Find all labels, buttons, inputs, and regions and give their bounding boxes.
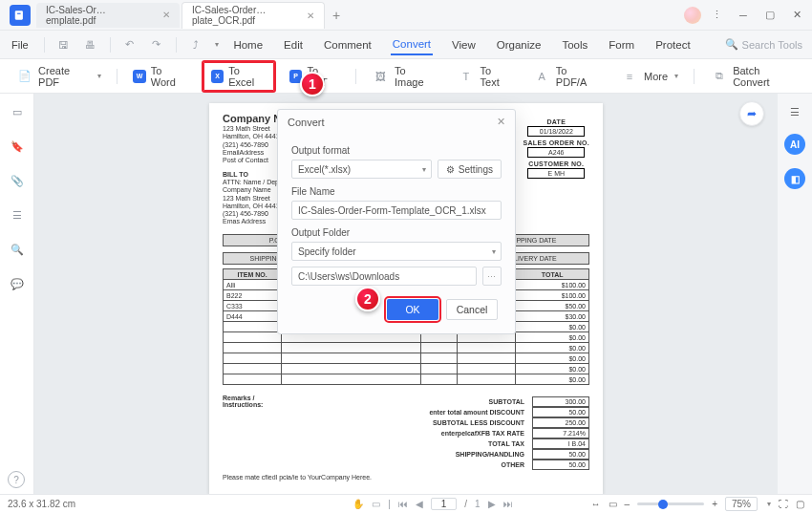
filename-input[interactable]: IC-Sales-Order-Form-Template_OCR_1.xlsx xyxy=(291,201,502,220)
menu-convert[interactable]: Convert xyxy=(391,34,433,55)
hand-tool-icon[interactable]: ✋ xyxy=(353,499,364,509)
subtotal-label: SUBTOTAL xyxy=(395,396,528,407)
share-icon[interactable]: ⤴ xyxy=(186,35,205,54)
table-row: $0.00 xyxy=(224,343,589,353)
statusbar: 23.6 x 31.82 cm ✋ ▭ | ⏮ ◀ 1 / 1 ▶ ⏭ ↔ ▭ … xyxy=(0,494,812,513)
tune-icon[interactable]: ☰ xyxy=(786,103,803,120)
settings-button[interactable]: ⚙ Settings xyxy=(438,160,502,179)
undo-icon[interactable]: ↶ xyxy=(120,35,139,54)
help-button[interactable]: ? xyxy=(8,471,25,488)
to-excel-label: To Excel xyxy=(228,65,267,88)
totaltax-value: I B.04 xyxy=(532,438,589,449)
footer-note: Please mate cfiedl pcia/ie to YourCompan… xyxy=(223,474,589,481)
attachments-icon[interactable]: 📎 xyxy=(9,172,26,189)
create-pdf-label: Create PDF xyxy=(38,65,91,88)
select-tool-icon[interactable]: ▭ xyxy=(372,499,380,509)
zoom-controls: ↔ ▭ – + 75% ▾ ⛶ ▢ xyxy=(591,497,804,511)
menu-home[interactable]: Home xyxy=(231,35,265,54)
app-logo xyxy=(10,5,31,26)
ribbon-convert: 📄 Create PDF▾ W To Word X To Excel P To … xyxy=(0,59,812,94)
fullscreen-icon[interactable]: ⛶ xyxy=(779,499,788,509)
word-icon: W xyxy=(133,70,145,83)
batch-icon: ⧉ xyxy=(710,67,728,86)
order-value: A246 xyxy=(527,147,585,158)
zoom-value[interactable]: 75% xyxy=(725,497,758,511)
to-pdfa-button[interactable]: A To PDF/A xyxy=(525,62,607,91)
titlebar: IC-Sales-Or…emplate.pdf ✕ IC-Sales-Order… xyxy=(0,0,812,31)
menubar: File 🖫 🖶 ↶ ↷ ⤴ ▾ Home Edit Comment Conve… xyxy=(0,31,812,59)
settings-label: Settings xyxy=(459,164,493,175)
tab-active[interactable]: IC-Sales-Order…plate_OCR.pdf ✕ xyxy=(182,2,325,29)
menu-tools[interactable]: Tools xyxy=(560,35,589,54)
first-page-icon[interactable]: ⏮ xyxy=(398,499,408,509)
minimize-icon[interactable]: ─ xyxy=(732,5,755,26)
maximize-icon[interactable]: ▢ xyxy=(759,5,781,26)
other-label: OTHER xyxy=(395,460,528,470)
tab-active-label: IC-Sales-Order…plate_OCR.pdf xyxy=(192,5,299,26)
print-icon[interactable]: 🖶 xyxy=(81,35,100,54)
output-format-select[interactable]: Excel(*.xlsx) ▾ xyxy=(291,160,432,179)
search-tools-label: Search Tools xyxy=(742,39,802,51)
thumbnails-icon[interactable]: ▭ xyxy=(9,103,26,120)
new-tab-button[interactable]: + xyxy=(325,8,348,23)
dialog-close-icon[interactable]: ✕ xyxy=(497,116,505,128)
assistant-icon[interactable]: ◧ xyxy=(784,168,805,189)
menu-edit[interactable]: Edit xyxy=(282,35,305,54)
cust-label: CUSTOMER NO. xyxy=(524,160,589,167)
to-word-button[interactable]: W To Word xyxy=(125,62,195,91)
menu-organize[interactable]: Organize xyxy=(495,35,544,54)
to-text-button[interactable]: T To Text xyxy=(449,62,519,91)
doc-header-right: DATE 01/18/2022 SALES ORDER NO. A246 CUS… xyxy=(524,118,589,182)
to-image-button[interactable]: 🖼 To Image xyxy=(364,62,444,91)
discount-label: enter total amount DISCOUNT xyxy=(395,407,528,417)
redo-icon[interactable]: ↷ xyxy=(147,35,166,54)
to-excel-button[interactable]: X To Excel xyxy=(202,60,276,93)
zoom-out-icon[interactable]: – xyxy=(625,499,630,509)
to-image-label: To Image xyxy=(395,65,436,88)
output-format-value: Excel(*.xlsx) xyxy=(298,164,351,175)
subtotal-value: 300.00 xyxy=(532,396,589,407)
last-page-icon[interactable]: ⏭ xyxy=(503,499,513,509)
quickbar-more-icon[interactable]: ▾ xyxy=(215,40,219,49)
close-icon[interactable]: ✕ xyxy=(162,10,170,20)
browse-button[interactable]: ··· xyxy=(482,267,502,286)
folder-path-value: C:\Users\ws\Downloads xyxy=(298,271,399,282)
close-window-icon[interactable]: ✕ xyxy=(785,5,808,26)
page-number[interactable]: 1 xyxy=(431,498,458,510)
menu-view[interactable]: View xyxy=(450,35,478,54)
to-pdfa-label: To PDF/A xyxy=(556,65,599,88)
specify-folder-select[interactable]: Specify folder ▾ xyxy=(291,242,502,261)
zoom-in-icon[interactable]: + xyxy=(712,499,717,509)
outline-icon[interactable]: ☰ xyxy=(9,206,26,224)
filename-label: File Name xyxy=(291,186,502,197)
file-menu[interactable]: File xyxy=(6,37,34,53)
more-menu-icon[interactable]: ⋮ xyxy=(705,5,728,26)
next-page-icon[interactable]: ▶ xyxy=(488,499,496,509)
ai-badge-icon[interactable]: AI xyxy=(784,134,805,155)
save-icon[interactable]: 🖫 xyxy=(54,35,74,54)
create-pdf-button[interactable]: 📄 Create PDF▾ xyxy=(8,62,109,91)
close-icon[interactable]: ✕ xyxy=(307,11,314,21)
account-avatar[interactable] xyxy=(684,7,701,24)
zoom-slider[interactable] xyxy=(637,502,704,505)
cancel-button[interactable]: Cancel xyxy=(446,299,498,320)
fit-width-icon[interactable]: ↔ xyxy=(591,499,601,509)
batch-convert-button[interactable]: ⧉ Batch Convert xyxy=(702,62,804,91)
ok-button[interactable]: OK xyxy=(387,299,438,320)
floating-share-button[interactable]: ➦ xyxy=(739,101,764,126)
read-mode-icon[interactable]: ▢ xyxy=(796,499,804,509)
tab-inactive[interactable]: IC-Sales-Or…emplate.pdf ✕ xyxy=(36,3,180,28)
date-label: DATE xyxy=(524,118,589,125)
menu-comment[interactable]: Comment xyxy=(322,35,374,54)
more-button[interactable]: ≡ More▾ xyxy=(612,64,686,89)
comments-icon[interactable]: 💬 xyxy=(9,275,26,292)
menu-form[interactable]: Form xyxy=(607,35,636,54)
search-tools[interactable]: 🔍 Search Tools xyxy=(725,38,802,51)
bookmarks-icon[interactable]: 🔖 xyxy=(9,138,26,155)
prev-page-icon[interactable]: ◀ xyxy=(416,499,423,509)
folder-path-input[interactable]: C:\Users\ws\Downloads xyxy=(291,267,477,286)
search-panel-icon[interactable]: 🔍 xyxy=(9,241,26,258)
fit-page-icon[interactable]: ▭ xyxy=(609,499,617,509)
page-dimensions: 23.6 x 31.82 cm xyxy=(8,499,75,509)
menu-protect[interactable]: Protect xyxy=(653,35,692,54)
